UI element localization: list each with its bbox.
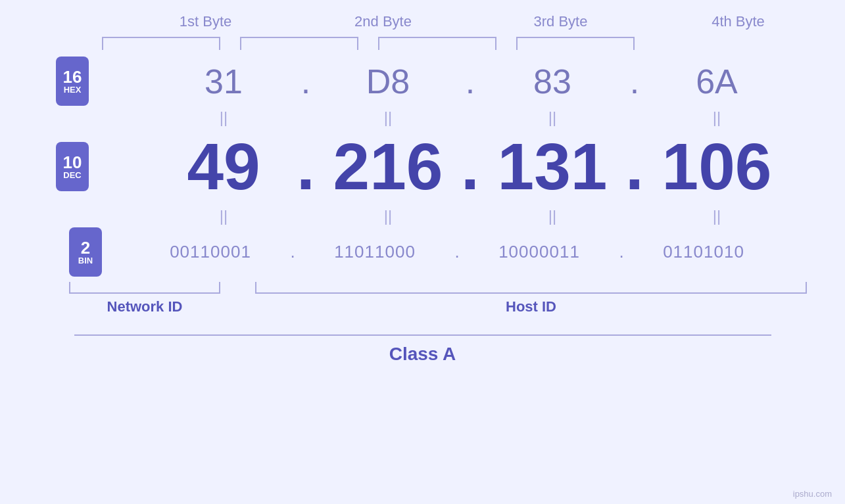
eq7: || xyxy=(480,207,625,225)
eq2: || xyxy=(316,108,460,127)
bracket-top-4 xyxy=(516,37,635,50)
dot-dec-1: . xyxy=(296,129,316,204)
class-divider xyxy=(74,334,771,336)
main-container: 1st Byte 2nd Byte 3rd Byte 4th Byte 16 H… xyxy=(0,0,845,504)
bin-badge: 2 BIN xyxy=(69,227,102,277)
hex-val-4: 6A xyxy=(644,62,789,101)
equals-row-1: || || || || xyxy=(0,106,845,129)
bracket-top-1 xyxy=(102,37,220,50)
dot-hex-3: . xyxy=(625,62,644,101)
dot-dec-3: . xyxy=(625,129,644,204)
dot-hex-2: . xyxy=(460,62,480,101)
eq6: || xyxy=(316,207,460,225)
byte-headers: 1st Byte 2nd Byte 3rd Byte 4th Byte xyxy=(124,13,814,30)
dot-bin-1: . xyxy=(283,242,302,262)
network-id-bracket xyxy=(69,282,220,294)
eq8: || xyxy=(644,207,789,225)
byte2-label: 2nd Byte xyxy=(311,13,456,30)
network-id-label: Network ID xyxy=(69,298,220,315)
hex-val-3: 83 xyxy=(480,62,625,101)
hex-row: 16 HEX 31 . D8 . 83 . 6A xyxy=(0,57,845,106)
eq4: || xyxy=(644,108,789,127)
class-label: Class A xyxy=(389,344,456,365)
byte3-label: 3rd Byte xyxy=(489,13,633,30)
eq1: || xyxy=(151,108,296,127)
hex-badge: 16 HEX xyxy=(56,57,89,106)
bin-val-3: 10000011 xyxy=(467,242,612,262)
dec-val-2: 216 xyxy=(316,129,460,204)
hex-val-2: D8 xyxy=(316,62,460,101)
dec-row: 10 DEC 49 . 216 . 131 . 106 xyxy=(0,129,845,204)
dec-badge: 10 DEC xyxy=(56,142,89,191)
watermark: ipshu.com xyxy=(793,489,832,499)
dot-bin-3: . xyxy=(612,242,631,262)
dot-dec-2: . xyxy=(460,129,480,204)
dec-val-4: 106 xyxy=(644,129,789,204)
dec-val-3: 131 xyxy=(480,129,625,204)
host-id-label: Host ID xyxy=(255,298,807,315)
eq5: || xyxy=(151,207,296,225)
byte1-label: 1st Byte xyxy=(133,13,278,30)
bin-val-2: 11011000 xyxy=(302,242,447,262)
host-id-bracket xyxy=(255,282,807,294)
equals-row-2: || || || || xyxy=(0,204,845,227)
bin-row: 2 BIN 00110001 . 11011000 . 10000011 . 0… xyxy=(0,227,845,277)
bin-val-1: 00110001 xyxy=(138,242,283,262)
bin-val-4: 01101010 xyxy=(631,242,776,262)
dot-hex-1: . xyxy=(296,62,316,101)
dec-val-1: 49 xyxy=(151,129,296,204)
dot-bin-2: . xyxy=(447,242,467,262)
bracket-top-3 xyxy=(378,37,496,50)
byte4-label: 4th Byte xyxy=(666,13,811,30)
bracket-top-2 xyxy=(240,37,358,50)
eq3: || xyxy=(480,108,625,127)
hex-val-1: 31 xyxy=(151,62,296,101)
